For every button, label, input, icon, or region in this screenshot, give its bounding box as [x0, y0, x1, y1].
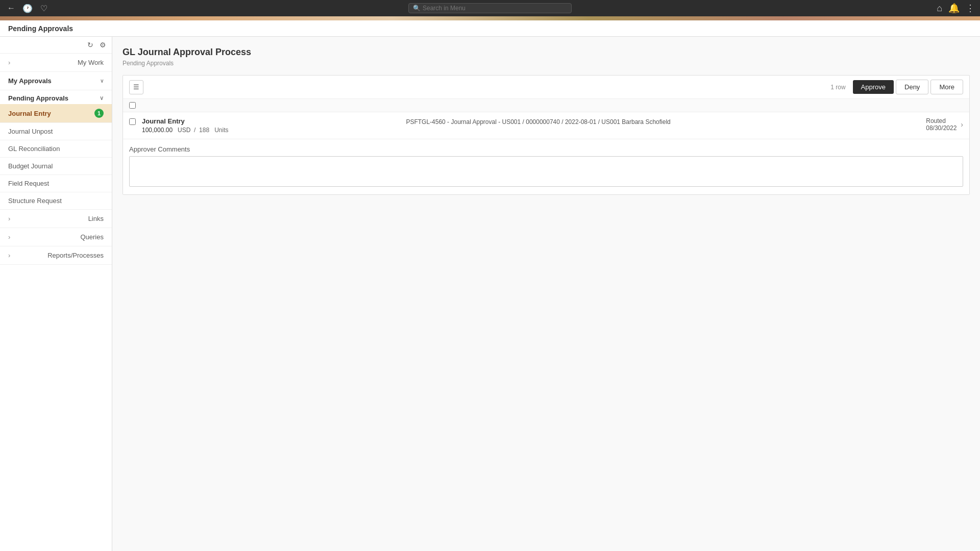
- action-area: 1 row Approve Deny More: [830, 80, 963, 94]
- content-header: GL Journal Approval Process Pending Appr…: [122, 47, 970, 67]
- reports-processes-label: Reports/Processes: [47, 252, 104, 259]
- breadcrumb: Pending Approvals: [122, 60, 970, 67]
- search-icon: 🔍: [413, 5, 421, 12]
- main-layout: ↻ ⚙ My Work My Approvals ∨ Pending Appro…: [0, 37, 980, 551]
- approver-comments-label: Approver Comments: [129, 145, 963, 153]
- row-currency: USD: [178, 127, 190, 134]
- sidebar-item-links[interactable]: Links: [0, 210, 112, 228]
- top-nav-left: ← 🕐 ♡: [5, 2, 50, 14]
- settings-icon[interactable]: ⚙: [97, 40, 108, 50]
- more-button[interactable]: More: [930, 80, 963, 94]
- my-approvals-label: My Approvals: [8, 77, 52, 85]
- refresh-icon[interactable]: ↻: [85, 40, 95, 50]
- approver-comments-section: Approver Comments: [123, 139, 969, 194]
- row-amount: 100,000.00: [142, 127, 173, 134]
- table-header-row: [123, 99, 969, 112]
- row-left: Journal Entry 100,000.00 USD / 188 Units: [142, 117, 398, 134]
- journal-entry-badge: 1: [94, 109, 104, 118]
- journal-unpost-label: Journal Unpost: [8, 128, 53, 135]
- search-bar[interactable]: 🔍: [408, 3, 572, 13]
- content-heading: GL Journal Approval Process: [122, 47, 970, 58]
- row-separator1: /: [194, 127, 195, 134]
- sidebar-pending-approvals-section[interactable]: Pending Approvals ∨: [0, 90, 112, 104]
- select-all-checkbox[interactable]: [129, 102, 136, 109]
- sidebar-toolbar: ↻ ⚙: [0, 37, 112, 54]
- more-icon[interactable]: ⋮: [966, 3, 975, 14]
- my-work-label: My Work: [78, 59, 104, 66]
- row-checkbox[interactable]: [129, 118, 136, 125]
- notification-icon[interactable]: 🔔: [948, 3, 960, 14]
- row-count: 1 row: [830, 84, 845, 91]
- search-input[interactable]: [423, 5, 567, 12]
- table-toolbar: ☰ 1 row Approve Deny More: [123, 76, 969, 99]
- back-icon[interactable]: ←: [5, 2, 17, 14]
- links-label: Links: [88, 215, 104, 222]
- table-row: Journal Entry 100,000.00 USD / 188 Units: [123, 112, 969, 139]
- deny-button[interactable]: Deny: [896, 80, 928, 94]
- pending-approvals-section-label: Pending Approvals: [8, 94, 68, 102]
- banner-strip: [0, 16, 980, 20]
- filter-button[interactable]: ☰: [129, 80, 143, 94]
- sidebar-item-gl-reconciliation[interactable]: GL Reconciliation: [0, 140, 112, 158]
- action-buttons: Approve Deny More: [853, 80, 963, 94]
- history-icon[interactable]: 🕐: [21, 2, 34, 14]
- sidebar-item-my-work[interactable]: My Work: [0, 54, 112, 72]
- favorite-icon[interactable]: ♡: [38, 2, 50, 14]
- routed-info: Routed 08/30/2022: [926, 117, 957, 132]
- sidebar-item-budget-journal[interactable]: Budget Journal: [0, 158, 112, 175]
- sidebar: ↻ ⚙ My Work My Approvals ∨ Pending Appro…: [0, 37, 112, 551]
- sidebar-item-field-request[interactable]: Field Request: [0, 175, 112, 192]
- structure-request-label: Structure Request: [8, 197, 62, 205]
- sidebar-item-journal-entry[interactable]: Journal Entry 1: [0, 104, 112, 123]
- sidebar-item-structure-request[interactable]: Structure Request: [0, 192, 112, 210]
- page-title-bar: Pending Approvals: [0, 20, 980, 37]
- row-units-label: Units: [214, 127, 228, 134]
- approval-table: ☰ 1 row Approve Deny More: [122, 75, 970, 195]
- row-center: PSFTGL-4560 - Journal Approval - US001 /…: [398, 117, 926, 127]
- journal-entry-label: Journal Entry: [8, 110, 51, 117]
- routed-label: Routed: [926, 117, 957, 124]
- field-request-label: Field Request: [8, 180, 49, 187]
- content-area: GL Journal Approval Process Pending Appr…: [112, 37, 980, 551]
- page-title: Pending Approvals: [8, 24, 73, 33]
- journal-info: PSFTGL-4560 - Journal Approval - US001 /…: [406, 118, 670, 126]
- top-nav-bar: ← 🕐 ♡ 🔍 ⌂ 🔔 ⋮: [0, 0, 980, 16]
- row-units: 188: [199, 127, 209, 134]
- sidebar-item-my-approvals[interactable]: My Approvals ∨: [0, 72, 112, 90]
- filter-icon: ☰: [133, 83, 139, 91]
- chevron-down-icon: ∨: [100, 95, 104, 102]
- sidebar-item-journal-unpost[interactable]: Journal Unpost: [0, 123, 112, 140]
- chevron-down-icon: ∨: [100, 78, 104, 84]
- sidebar-item-queries[interactable]: Queries: [0, 228, 112, 246]
- row-detail-arrow[interactable]: ›: [961, 120, 963, 129]
- home-icon[interactable]: ⌂: [937, 3, 942, 14]
- row-content: Journal Entry 100,000.00 USD / 188 Units: [142, 117, 963, 134]
- row-subtitle: 100,000.00 USD / 188 Units: [142, 127, 398, 134]
- top-nav-right: ⌂ 🔔 ⋮: [937, 3, 975, 14]
- row-right: Routed 08/30/2022 ›: [926, 117, 963, 132]
- budget-journal-label: Budget Journal: [8, 162, 53, 170]
- routed-date: 08/30/2022: [926, 124, 957, 132]
- approve-button[interactable]: Approve: [853, 80, 894, 94]
- approver-comments-input[interactable]: [129, 156, 963, 187]
- sidebar-item-reports-processes[interactable]: Reports/Processes: [0, 246, 112, 265]
- queries-label: Queries: [80, 233, 104, 241]
- row-title: Journal Entry: [142, 117, 398, 125]
- gl-reconciliation-label: GL Reconciliation: [8, 145, 60, 153]
